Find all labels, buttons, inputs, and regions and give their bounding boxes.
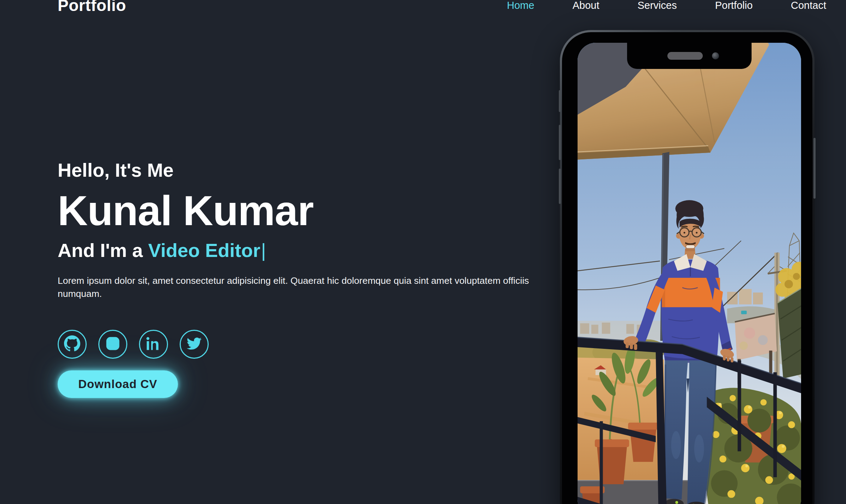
linkedin-icon (146, 336, 161, 352)
linkedin-link[interactable] (139, 330, 168, 359)
nav-item-about[interactable]: About (573, 0, 599, 11)
hero-name: Kunal Kumar (58, 187, 313, 235)
phone-mockup (560, 30, 815, 504)
github-icon (64, 335, 80, 353)
typing-cursor: | (261, 240, 266, 261)
phone-camera (712, 52, 719, 59)
hero-role-prefix: And I'm a (58, 240, 148, 261)
github-link[interactable] (58, 330, 87, 359)
phone-screen-photo (578, 43, 801, 504)
phone-volume-up-button (559, 125, 561, 160)
hero-role: And I'm a Video Editor| (58, 239, 266, 261)
download-cv-button[interactable]: Download CV (58, 370, 178, 398)
nav-item-contact[interactable]: Contact (791, 0, 826, 11)
nav-item-services[interactable]: Services (637, 0, 677, 11)
phone-mute-switch (559, 90, 561, 112)
nav-item-home[interactable]: Home (507, 0, 534, 11)
instagram-link[interactable] (98, 330, 127, 359)
phone-notch (627, 43, 752, 69)
portfolio-page: Portfolio Home About Services Portfolio … (0, 0, 846, 504)
hero-description: Lorem ipsum dolor sit, amet consectetur … (58, 274, 557, 300)
phone-speaker (667, 52, 703, 60)
instagram-icon (105, 336, 120, 352)
nav-item-portfolio[interactable]: Portfolio (715, 0, 753, 11)
nav-menu: Home About Services Portfolio Contact (507, 0, 826, 11)
hero-role-text: Video Editor (148, 240, 260, 261)
phone-bezel (562, 32, 812, 504)
twitter-link[interactable] (180, 330, 209, 359)
social-links (58, 330, 209, 359)
header: Portfolio Home About Services Portfolio … (0, 0, 846, 15)
logo[interactable]: Portfolio (58, 0, 126, 15)
twitter-icon (187, 336, 202, 352)
phone-power-button (813, 138, 816, 199)
hero-greeting: Hello, It's Me (58, 159, 174, 181)
phone-volume-down-button (559, 169, 561, 204)
